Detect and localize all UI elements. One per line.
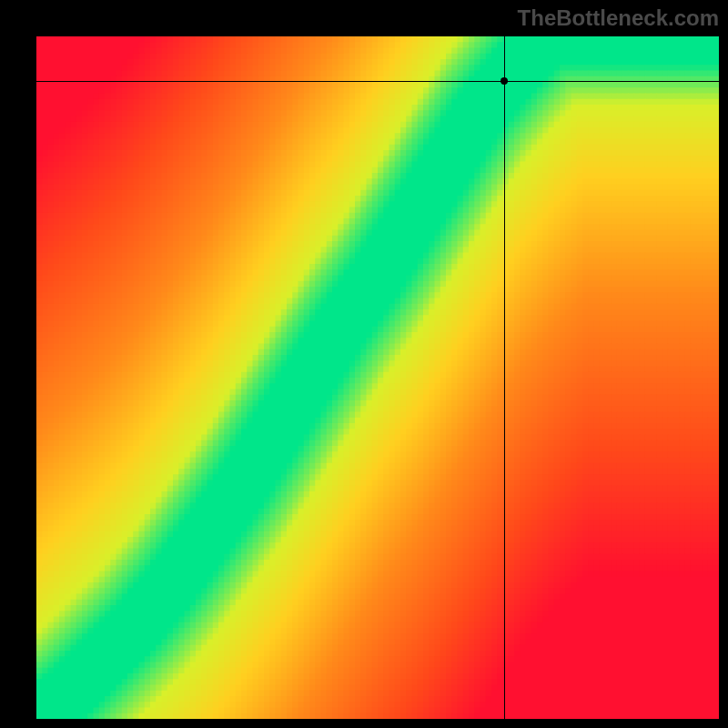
watermark-text: TheBottleneck.com	[518, 5, 719, 31]
bottleneck-heatmap	[36, 36, 719, 719]
crosshair-vertical	[504, 36, 505, 719]
marker-dot	[500, 77, 508, 85]
crosshair-horizontal	[36, 81, 719, 82]
